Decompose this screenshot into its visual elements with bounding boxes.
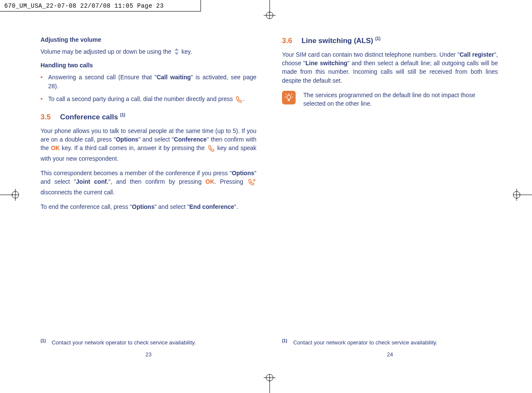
- heading-adjusting-volume: Adjusting the volume: [41, 36, 256, 43]
- send-key-icon: [235, 96, 242, 105]
- svg-point-18: [253, 179, 255, 181]
- page-left-footer: (1)Contact your network operator to chec…: [41, 333, 256, 363]
- para-conf-c: To end the conference call, press "Optio…: [41, 202, 256, 211]
- bold-text: Options: [116, 136, 138, 143]
- section-3-6-heading: 3.6Line switching (ALS) (1): [282, 36, 498, 45]
- footnote-ref: (1): [375, 36, 380, 41]
- footnote-marker: (1): [41, 338, 46, 343]
- bold-text: Conference: [174, 136, 207, 143]
- svg-line-26: [286, 94, 286, 95]
- svg-marker-17: [174, 52, 179, 55]
- footnote-marker: (1): [282, 338, 287, 343]
- text: ", and then confirm by pressing: [108, 178, 206, 185]
- text: key.: [181, 48, 192, 55]
- footnote-left: (1)Contact your network operator to chec…: [41, 338, 256, 346]
- text: To end the conference call, press ": [41, 203, 132, 210]
- para-als: Your SIM card can contain two distinct t…: [282, 50, 498, 85]
- heading-two-calls: Handling two calls: [41, 62, 256, 69]
- para-conf-a: Your phone allows you to talk to several…: [41, 127, 256, 163]
- crop-mark-left: [0, 185, 21, 204]
- section-number: 3.6: [282, 37, 292, 45]
- footnote-ref: (1): [120, 113, 125, 117]
- page-spread: Adjusting the volume Volume may be adjus…: [41, 36, 498, 363]
- text: key. If a third call comes in, answer it…: [60, 144, 206, 151]
- bold-text: Call register: [459, 51, 494, 58]
- page-right-footer: (1)Contact your network operator to chec…: [282, 333, 498, 363]
- text: disconnects the current call.: [41, 189, 115, 196]
- text: " and select ": [138, 136, 174, 143]
- page-left-body: Adjusting the volume Volume may be adjus…: [41, 36, 256, 333]
- bold-text: Options: [132, 203, 154, 210]
- page-left: Adjusting the volume Volume may be adjus…: [41, 36, 256, 363]
- two-calls-list: Answering a second call (Ensure that "Ca…: [41, 73, 256, 105]
- footnote-right: (1)Contact your network operator to chec…: [282, 338, 498, 346]
- tip-block: The services programmed on the default l…: [282, 91, 498, 108]
- ok-key-label: OK: [206, 178, 215, 185]
- imposition-slug: 670_UM_USA_22-07-08 22/07/08 11:05 Page …: [4, 3, 164, 9]
- page-right-body: 3.6Line switching (ALS) (1) Your SIM car…: [282, 36, 498, 333]
- bold-text: Options: [232, 170, 254, 176]
- footnote-text: Contact your network operator to check s…: [293, 339, 437, 346]
- text: To call a second party during a call, di…: [48, 95, 235, 102]
- text: Volume may be adjusted up or down be usi…: [41, 48, 173, 55]
- text: This correspondent becomes a member of t…: [41, 170, 232, 176]
- navigation-key-icon: [174, 48, 179, 55]
- list-item: Answering a second call (Ensure that "Ca…: [41, 73, 256, 90]
- bold-text: Line switching: [305, 60, 347, 66]
- tip-text: The services programmed on the default l…: [303, 91, 498, 108]
- footnote-text: Contact your network operator to check s…: [52, 339, 196, 346]
- para-volume: Volume may be adjusted up or down be usi…: [41, 47, 256, 56]
- crop-mark-bottom: [260, 372, 279, 393]
- page-right: 3.6Line switching (ALS) (1) Your SIM car…: [282, 36, 498, 363]
- section-3-5-heading: 3.5Conference calls (1): [41, 113, 256, 121]
- svg-line-27: [291, 94, 292, 95]
- section-title: Conference calls: [60, 113, 120, 121]
- ok-key-label: OK: [51, 144, 60, 151]
- crop-mark-top: [260, 0, 279, 21]
- section-number: 3.5: [41, 113, 51, 121]
- text: Answering a second call (Ensure that ": [48, 74, 157, 81]
- text: ".: [234, 203, 238, 210]
- text: .: [243, 95, 245, 102]
- para-conf-b: This correspondent becomes a member of t…: [41, 169, 256, 196]
- bold-text: Call waiting: [157, 74, 191, 81]
- text: . Pressing: [215, 178, 247, 185]
- crop-mark-right: [511, 185, 532, 204]
- send-key-icon: [208, 145, 215, 154]
- text: Your SIM card can contain two distinct t…: [282, 51, 459, 58]
- bold-text: Joint conf.: [76, 178, 108, 185]
- page-number-right: 24: [282, 351, 498, 358]
- tip-lightbulb-icon: [282, 91, 296, 104]
- text: " and select ": [154, 203, 189, 210]
- section-title: Line switching (ALS): [302, 37, 375, 45]
- svg-marker-16: [174, 48, 179, 51]
- end-key-icon: [248, 179, 256, 188]
- svg-point-20: [287, 95, 291, 99]
- bold-text: End conference: [189, 203, 234, 210]
- page-number-left: 23: [41, 351, 256, 358]
- list-item: To call a second party during a call, di…: [41, 95, 256, 105]
